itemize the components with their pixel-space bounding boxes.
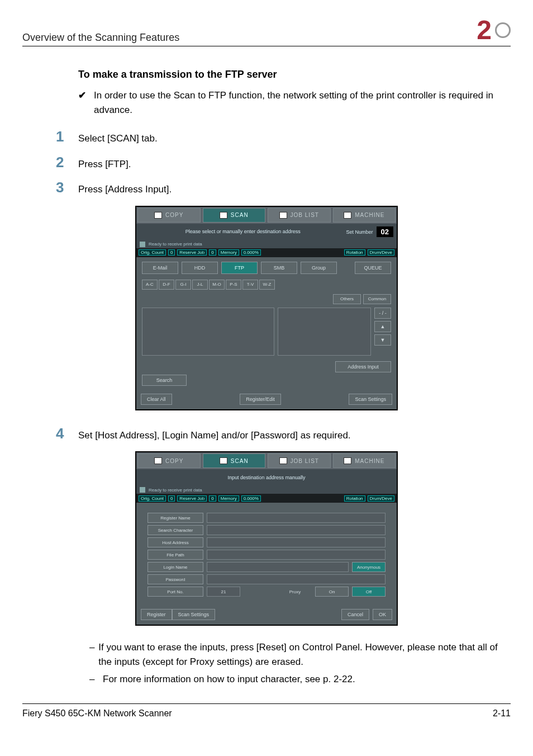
drum-label: Drum/Deve (368, 249, 394, 256)
anonymous-button[interactable]: Anonymous (352, 562, 386, 572)
smb-button[interactable]: SMB (261, 262, 297, 274)
note-text: In order to use the Scan to FTP function… (94, 88, 511, 117)
alpha-tab[interactable]: D-F (159, 280, 174, 290)
ready-text: Ready to receive print data (149, 242, 202, 247)
clear-all-button[interactable]: Clear All (141, 394, 172, 405)
ok-button[interactable]: OK (373, 609, 392, 620)
proxy-label: Proxy (278, 587, 312, 597)
step-text: Press [Address Input]. (78, 182, 511, 197)
machine-icon (344, 457, 351, 464)
proxy-off-button[interactable]: Off (352, 587, 386, 597)
joblist-icon (279, 457, 287, 464)
screenshot-address-input: COPY SCAN JOB LIST MACHINE Input destina… (135, 451, 398, 626)
proxy-on-button[interactable]: On (315, 587, 349, 597)
host-address-field[interactable] (207, 537, 386, 547)
scan-settings-button[interactable]: Scan Settings (349, 394, 392, 405)
checkmark-icon: ✔ (78, 88, 86, 117)
address-input-button[interactable]: Address Input (335, 361, 391, 372)
login-name-field[interactable] (207, 562, 349, 572)
group-button[interactable]: Group (301, 262, 337, 274)
note-text: If you want to erase the inputs, press [… (98, 640, 511, 669)
register-name-button[interactable]: Register Name (147, 513, 203, 523)
set-number-value: 02 (377, 226, 393, 237)
scan-settings-button[interactable]: Scan Settings (172, 609, 216, 620)
dash-bullet: – (89, 672, 103, 687)
scan-icon (220, 212, 227, 219)
step-number: 4 (56, 425, 78, 442)
tab-scan[interactable]: SCAN (203, 208, 266, 223)
copy-icon (154, 212, 162, 219)
copy-icon (154, 457, 162, 464)
alpha-tab[interactable]: A-C (142, 280, 158, 290)
subsection-heading: To make a transmission to the FTP server (78, 69, 511, 81)
tab-machine[interactable]: MACHINE (333, 208, 396, 223)
reserve-job-label: Reserve Job (177, 249, 207, 256)
network-icon (140, 487, 145, 493)
tab-joblist[interactable]: JOB LIST (268, 208, 331, 223)
alpha-tab[interactable]: J-L (192, 280, 208, 290)
message-text: Input destination address manually (140, 475, 393, 481)
step-number: 2 (56, 154, 78, 171)
tab-scan[interactable]: SCAN (203, 453, 266, 468)
search-character-field[interactable] (207, 525, 386, 535)
address-list-right[interactable] (278, 308, 371, 356)
scan-icon (220, 457, 227, 464)
alpha-tab[interactable]: W-Z (259, 280, 275, 290)
network-icon (140, 242, 145, 247)
tab-joblist[interactable]: JOB LIST (268, 453, 331, 468)
step-text: Select [SCAN] tab. (78, 131, 511, 146)
register-name-field[interactable] (207, 513, 386, 523)
step-number: 1 (56, 128, 78, 145)
search-character-button[interactable]: Search Character (147, 525, 203, 535)
memory-label: Memory (218, 249, 239, 256)
set-number-label: Set Number (346, 229, 373, 235)
chapter-ring-icon (495, 22, 511, 38)
note-text: For more information on how to input cha… (103, 672, 355, 687)
tab-machine[interactable]: MACHINE (333, 453, 396, 468)
orig-count-label: Orig. Count (139, 249, 166, 256)
footer-right: 2-11 (493, 708, 511, 719)
host-address-button[interactable]: Host Address (147, 537, 203, 547)
rotation-label: Rotation (344, 249, 365, 256)
tab-copy[interactable]: COPY (137, 453, 201, 468)
ready-text: Ready to receive print data (149, 488, 202, 493)
machine-icon (344, 212, 351, 219)
file-path-button[interactable]: File Path (147, 550, 203, 560)
others-button[interactable]: Others (333, 294, 361, 304)
step-text: Press [FTP]. (78, 157, 511, 172)
file-path-field[interactable] (207, 550, 386, 560)
port-no-button[interactable]: Port No. (147, 587, 203, 597)
ftp-button[interactable]: FTP (221, 262, 258, 274)
email-button[interactable]: E-Mail (142, 262, 178, 274)
page-indicator: - / - (374, 308, 391, 319)
screenshot-scan-ftp: COPY SCAN JOB LIST MACHINE Please select… (135, 206, 398, 410)
queue-button[interactable]: QUEUE (355, 262, 391, 274)
password-field[interactable] (207, 574, 386, 584)
search-button[interactable]: Search (142, 375, 187, 386)
cancel-button[interactable]: Cancel (341, 609, 369, 620)
port-no-value: 21 (207, 587, 240, 597)
step-number: 3 (56, 179, 78, 196)
alpha-tab[interactable]: G-I (175, 280, 191, 290)
register-button[interactable]: Register (141, 609, 172, 620)
footer-left: Fiery S450 65C-KM Network Scanner (22, 708, 172, 719)
address-list-left[interactable] (142, 308, 274, 356)
section-title: Overview of the Scanning Features (22, 32, 471, 44)
message-text: Please select or manually enter destinat… (140, 229, 346, 235)
login-name-button[interactable]: Login Name (147, 562, 203, 572)
alpha-tab[interactable]: T-V (242, 280, 258, 290)
register-edit-button[interactable]: Register/Edit (240, 394, 281, 405)
common-button[interactable]: Common (363, 294, 391, 304)
alpha-tab[interactable]: P-S (226, 280, 241, 290)
dash-bullet: – (89, 640, 98, 669)
joblist-icon (279, 212, 287, 219)
hdd-button[interactable]: HDD (182, 262, 218, 274)
step-text: Set [Host Address], [Login Name] and/or … (78, 428, 511, 443)
alpha-tab[interactable]: M-O (209, 280, 225, 290)
password-button[interactable]: Password (147, 574, 203, 584)
tab-copy[interactable]: COPY (137, 208, 201, 223)
scroll-down-button[interactable]: ▼ (374, 334, 391, 346)
scroll-up-button[interactable]: ▲ (374, 321, 391, 332)
chapter-number: 2 (477, 17, 492, 44)
